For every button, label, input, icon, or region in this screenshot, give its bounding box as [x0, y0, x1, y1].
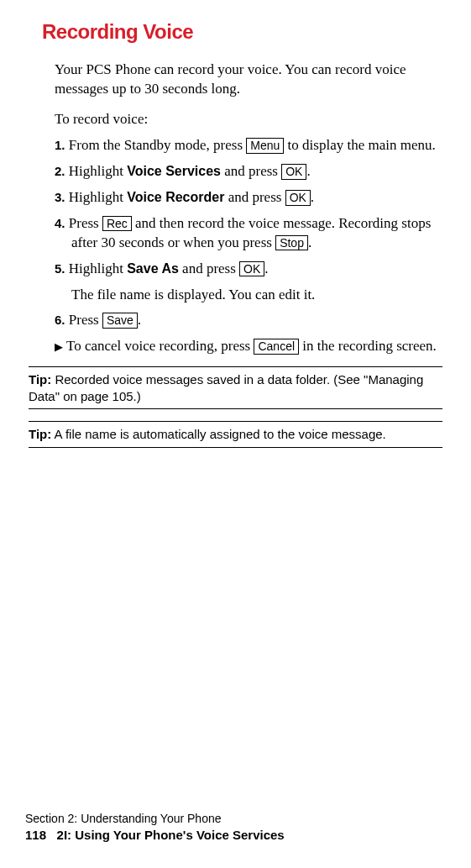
step-5: 5. Highlight Save As and press OK.: [55, 260, 437, 279]
step-list-cont: 6. Press Save.: [55, 311, 437, 330]
step-4-text1: Press: [69, 215, 102, 231]
step-3-num: 3.: [55, 190, 65, 204]
intro-text: Your PCS Phone can record your voice. Yo…: [55, 60, 437, 99]
ok-button-label-3: OK: [239, 261, 264, 277]
ok-button-label-1: OK: [281, 164, 306, 180]
step-6: 6. Press Save.: [55, 311, 437, 330]
step-5-bold: Save As: [127, 261, 179, 276]
cancel-bullet: ▶ To cancel voice recording, press Cance…: [55, 337, 437, 356]
step-2-bold: Voice Services: [127, 164, 221, 178]
menu-button-label: Menu: [246, 138, 284, 154]
step-3-text1: Highlight: [69, 189, 127, 205]
bullet-text2: in the recording screen.: [299, 338, 437, 354]
tip-1-text: Recorded voice messages saved in a data …: [29, 372, 423, 403]
footer-line-1: Section 2: Understanding Your Phone: [25, 811, 285, 826]
step-3-text2: and press: [224, 189, 285, 205]
page-number: 118: [25, 828, 46, 842]
rec-button-label: Rec: [102, 216, 132, 232]
step-list: 1. From the Standby mode, press Menu to …: [55, 136, 437, 279]
cancel-button-label: Cancel: [254, 339, 299, 355]
step-4: 4. Press Rec and then record the voice m…: [55, 214, 437, 253]
sub-intro-text: To record voice:: [55, 111, 446, 128]
step-2-text3: .: [306, 163, 310, 179]
step-1-text2: to display the main menu.: [284, 137, 435, 153]
step-6-text1: Press: [69, 312, 102, 328]
step-3-bold: Voice Recorder: [127, 190, 224, 204]
step-3-text3: .: [311, 189, 314, 205]
step-3: 3. Highlight Voice Recorder and press OK…: [55, 188, 437, 208]
step-5-num: 5.: [55, 261, 65, 276]
step-2: 2. Highlight Voice Services and press OK…: [55, 162, 437, 181]
step-5-text3: .: [264, 260, 268, 276]
step-5-text2: and press: [179, 260, 239, 276]
tip-2-label: Tip:: [29, 427, 51, 441]
footer-line-2: 118 2I: Using Your Phone's Voice Service…: [25, 827, 285, 844]
step-2-text1: Highlight: [69, 163, 127, 179]
step-1: 1. From the Standby mode, press Menu to …: [55, 136, 437, 155]
step-5-text1: Highlight: [69, 260, 127, 276]
stop-button-label: Stop: [275, 235, 308, 251]
step-4-num: 4.: [55, 216, 65, 230]
step-5-note: The file name is displayed. You can edit…: [71, 286, 437, 305]
bullet-icon: ▶: [55, 341, 63, 354]
tip-box-1: Tip: Recorded voice messages saved in a …: [29, 366, 442, 409]
step-2-num: 2.: [55, 164, 65, 178]
tip-box-2: Tip: A file name is automatically assign…: [29, 421, 442, 448]
step-4-text3: .: [308, 234, 311, 250]
save-button-label: Save: [102, 313, 138, 329]
step-2-text2: and press: [221, 163, 281, 179]
step-6-text2: .: [138, 312, 141, 328]
bullet-text1: To cancel voice recording, press: [66, 338, 254, 354]
ok-button-label-2: OK: [285, 190, 311, 206]
step-1-num: 1.: [55, 138, 65, 152]
step-1-text1: From the Standby mode, press: [69, 137, 247, 153]
footer-section-title: 2I: Using Your Phone's Voice Services: [57, 828, 285, 842]
tip-2-text: A file name is automatically assigned to…: [51, 427, 386, 441]
step-6-num: 6.: [55, 313, 65, 327]
page-footer: Section 2: Understanding Your Phone 118 …: [25, 811, 285, 843]
page-title: Recording Voice: [42, 20, 446, 44]
tip-1-label: Tip:: [29, 372, 51, 387]
